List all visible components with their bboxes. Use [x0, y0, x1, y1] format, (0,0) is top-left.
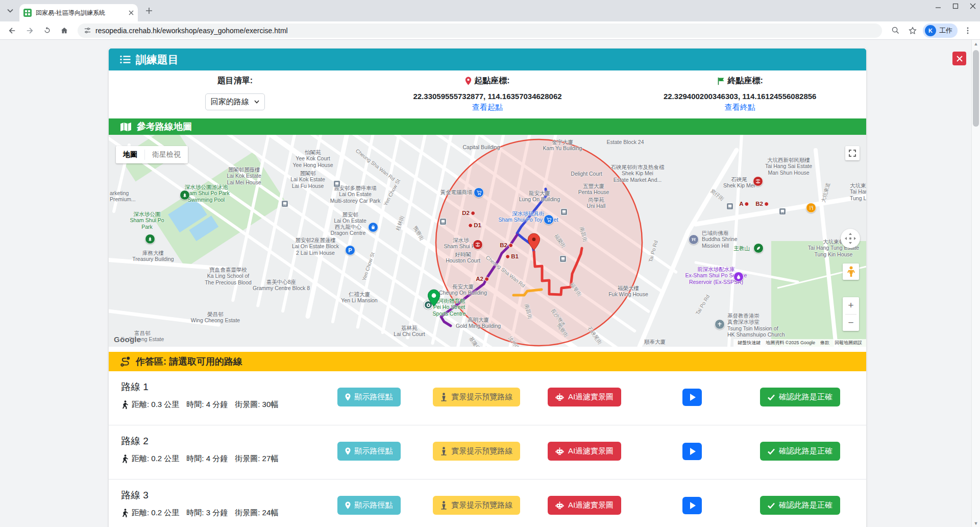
- robot-icon: [555, 447, 564, 455]
- map-type-map[interactable]: 地圖: [116, 150, 144, 159]
- map-marker-pin-green[interactable]: [428, 289, 440, 309]
- show-waypoints-button[interactable]: 顯示路徑點: [337, 388, 401, 406]
- url-bar[interactable]: resopedia.crehab.hk/eworkshop/easy_gohom…: [78, 23, 882, 38]
- zoom-in-icon[interactable]: +: [843, 297, 859, 314]
- view-end-link[interactable]: 查看終點: [725, 103, 755, 112]
- route-streetview-count: 街景圖: 24幅: [235, 508, 278, 518]
- robot-icon: [555, 393, 564, 401]
- map-poi-label: 五豐大廈Penta House: [578, 183, 609, 196]
- map-poi-label: 主教山: [733, 245, 750, 251]
- map-poi-label: 石硤尾Shek Kip Mei: [723, 176, 755, 189]
- map-poi-label: 怡閣苑Yee Kok CourtYee Hong House: [292, 149, 333, 168]
- map-marker-bus: [333, 180, 340, 187]
- map-poi-label: Estate Block 24: [607, 139, 644, 145]
- map-marker-pin-red[interactable]: [528, 233, 541, 253]
- show-waypoints-button[interactable]: 顯示路徑點: [337, 442, 401, 461]
- map-poi-label: 福榮大樓Fuk Wing House: [608, 285, 648, 298]
- map-marker-exit: A2: [476, 276, 489, 282]
- panel-close-button[interactable]: [952, 52, 966, 65]
- report-error-link[interactable]: 回報地圖錯誤: [835, 340, 862, 346]
- pegman-small-icon: [440, 447, 447, 456]
- bookmark-star-icon[interactable]: [905, 23, 920, 38]
- back-icon[interactable]: [5, 23, 19, 38]
- site-settings-icon[interactable]: [84, 27, 91, 34]
- route-row-1: 路線 1 距離: 0.3 公里 時間: 4 分鐘 街景圖: 30幅 顯示路徑點 …: [109, 371, 866, 425]
- map-zoom-control: + −: [843, 297, 859, 331]
- training-panel: 訓練題目 題目清單: 回家的路線 起點座標: 22.33059555732877…: [109, 49, 866, 527]
- map-poi-label: 荔林苑Lai Chi Court: [394, 325, 425, 338]
- pin-icon: [345, 447, 351, 455]
- question-list-column: 題目清單: 回家的路線: [109, 76, 361, 112]
- controls-row: 題目清單: 回家的路線 起點座標: 22.33059555732877, 114…: [109, 70, 866, 118]
- map-marker-mtr[interactable]: [473, 239, 483, 250]
- view-start-link[interactable]: 查看起點: [472, 103, 503, 112]
- window-close-icon[interactable]: [970, 3, 976, 9]
- play-route-button[interactable]: [682, 443, 702, 460]
- map-type-control: 地圖 衛星檢視: [116, 146, 188, 163]
- streetview-preview-button[interactable]: 實景提示預覽路線: [433, 496, 520, 515]
- ai-filter-button[interactable]: AI過濾實景圖: [548, 496, 621, 515]
- show-waypoints-button[interactable]: 顯示路徑點: [337, 496, 401, 515]
- page-scrollbar[interactable]: ▲ ▼: [971, 40, 980, 527]
- map-marker-bus: [281, 200, 288, 207]
- pin-icon: [345, 393, 351, 401]
- reload-icon[interactable]: [40, 23, 54, 38]
- pegman-small-icon: [440, 501, 447, 510]
- map-marker-pp: P: [345, 245, 355, 255]
- new-tab-button[interactable]: [142, 4, 156, 18]
- window-maximize-icon[interactable]: [952, 3, 959, 9]
- map-fullscreen-icon[interactable]: [845, 146, 860, 160]
- route-time: 時間: 3 分鐘: [186, 508, 228, 518]
- scrollbar-down-icon[interactable]: ▼: [972, 519, 980, 527]
- confirm-route-button[interactable]: 確認此路是正確: [760, 388, 840, 406]
- browser-toolbar: resopedia.crehab.hk/eworkshop/easy_gohom…: [0, 21, 980, 39]
- zoom-search-icon[interactable]: [888, 23, 902, 38]
- streetview-preview-button[interactable]: 實景提示預覽路線: [433, 388, 520, 406]
- map-section-header: 參考路線地圖: [109, 118, 866, 135]
- question-select[interactable]: 回家的路線: [205, 93, 265, 110]
- confirm-route-button[interactable]: 確認此路是正確: [760, 496, 840, 515]
- tab-strip: 回家易-社區導向訓練系統: [0, 0, 980, 21]
- window-minimize-icon[interactable]: [935, 3, 941, 9]
- profile-chip[interactable]: K 工作: [923, 23, 958, 38]
- play-route-button[interactable]: [682, 497, 702, 514]
- map-poi-label: 金宇大廈Kam Yu Building: [543, 139, 582, 152]
- map-poi-label: 大坑西新邨民順樓Tai Hang Sai EstateMan Shun Hous…: [765, 157, 812, 176]
- streetview-preview-button[interactable]: 實景提示預覽路線: [433, 442, 520, 461]
- map-marker-mtr[interactable]: [753, 176, 763, 186]
- map-poi-label: 高明大廈Gold Ming Building: [456, 317, 501, 329]
- play-route-button[interactable]: [682, 389, 702, 406]
- terms-link[interactable]: 條款: [820, 340, 829, 346]
- forward-icon[interactable]: [22, 23, 37, 38]
- map-type-satellite[interactable]: 衛星檢視: [145, 150, 188, 159]
- route-time: 時間: 4 分鐘: [186, 400, 228, 410]
- map-marker-church: [715, 319, 725, 329]
- map-marker-tree: [145, 234, 155, 244]
- ai-filter-button[interactable]: AI過濾實景圖: [548, 388, 621, 406]
- pin-icon: [345, 501, 351, 509]
- tab-search-chevron-icon[interactable]: [3, 4, 17, 18]
- scrollbar-up-icon[interactable]: ▲: [972, 40, 980, 48]
- map-data-text: 地圖資料 ©2025 Google: [766, 340, 815, 346]
- ai-filter-button[interactable]: AI過濾實景圖: [548, 442, 621, 461]
- browser-menu-icon[interactable]: [961, 23, 975, 38]
- map-pan-control[interactable]: [841, 229, 860, 248]
- home-icon[interactable]: [57, 23, 71, 38]
- route-streetview-count: 街景圖: 27幅: [235, 454, 278, 464]
- confirm-route-button[interactable]: 確認此路是正確: [760, 442, 840, 461]
- keyboard-shortcuts-link[interactable]: 鍵盤快速鍵: [738, 340, 761, 346]
- end-flag-icon: [717, 77, 725, 85]
- tab-close-icon[interactable]: [129, 10, 134, 15]
- browser-tab[interactable]: 回家易-社區導向訓練系統: [19, 4, 138, 21]
- zoom-out-icon[interactable]: −: [843, 315, 859, 331]
- route-distance: 距離: 0.2 公里: [132, 508, 179, 518]
- map[interactable]: 怡閣苑Yee Kok CourtYee Hong House麗閣邨麗薇樓Lai …: [109, 135, 866, 347]
- map-poi-label: Delight Court: [571, 171, 602, 177]
- question-list-label: 題目清單:: [217, 76, 253, 86]
- map-poi-label: 巴域街佛廟Buddha ShrineMission Hill: [702, 230, 737, 249]
- route-icon: [120, 356, 131, 367]
- pegman-icon[interactable]: [843, 264, 859, 280]
- map-poi-label: 深水埗公園Sham Shui PoPark: [130, 211, 164, 230]
- play-icon: [690, 502, 696, 509]
- scrollbar-thumb[interactable]: [973, 50, 979, 127]
